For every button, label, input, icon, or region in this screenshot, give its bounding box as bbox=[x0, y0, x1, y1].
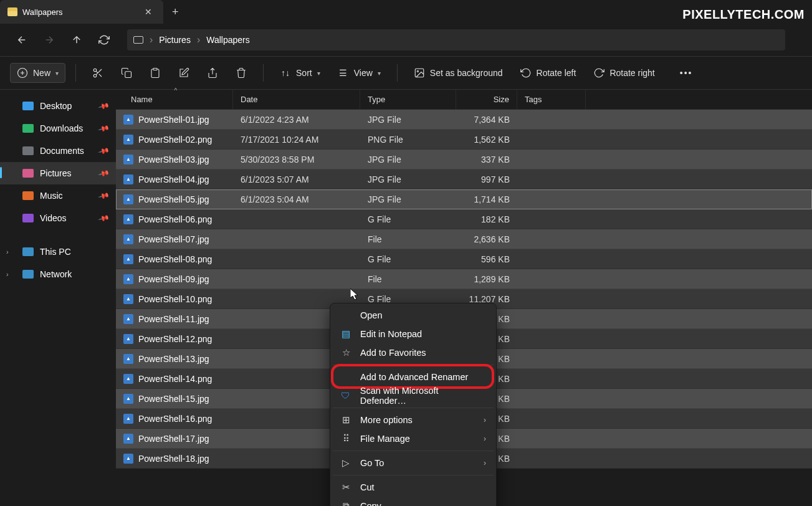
scissors-icon: ✂ bbox=[340, 482, 351, 492]
view-button[interactable]: ☰View▾ bbox=[332, 64, 387, 82]
sidebar-item-downloads[interactable]: Downloads📌 bbox=[0, 117, 116, 140]
sidebar-item-label: Videos bbox=[40, 213, 67, 223]
refresh-button[interactable] bbox=[92, 28, 116, 52]
breadcrumb-item[interactable]: Pictures bbox=[159, 35, 191, 45]
file-type: JPG File bbox=[360, 115, 456, 125]
file-name: PowerShell-05.jpg bbox=[138, 194, 209, 204]
image-icon bbox=[414, 67, 425, 79]
column-type[interactable]: Type bbox=[360, 90, 456, 109]
file-row[interactable]: ▲PowerShell-05.jpg6/1/2023 5:04 AMJPG Fi… bbox=[116, 189, 812, 209]
set-background-button[interactable]: Set as background bbox=[408, 64, 509, 82]
image-file-icon: ▲ bbox=[123, 374, 133, 384]
cm-file-manage[interactable]: ⠿File Manage› bbox=[333, 429, 494, 448]
sidebar-item-documents[interactable]: Documents📌 bbox=[0, 140, 116, 162]
sort-ascending-icon: ^ bbox=[174, 87, 178, 94]
pin-icon: 📌 bbox=[98, 167, 110, 179]
file-type: G File bbox=[360, 254, 456, 264]
cm-copy[interactable]: ⧉Copy bbox=[333, 497, 494, 506]
file-name: PowerShell-13.jpg bbox=[138, 354, 209, 364]
shield-icon: 🛡 bbox=[340, 391, 351, 401]
file-name: PowerShell-12.png bbox=[138, 334, 212, 344]
file-row[interactable]: ▲PowerShell-02.png7/17/2021 10:24 AMPNG … bbox=[116, 130, 812, 150]
file-date: 6/1/2023 5:07 AM bbox=[233, 174, 360, 184]
folder-icon bbox=[22, 191, 34, 200]
file-row[interactable]: ▲PowerShell-01.jpg6/1/2022 4:23 AMJPG Fi… bbox=[116, 110, 812, 130]
file-size: 997 KB bbox=[456, 174, 517, 184]
cm-add-advanced-renamer[interactable]: Add to Advanced Renamer bbox=[333, 368, 494, 386]
breadcrumb-item[interactable]: Wallpapers bbox=[206, 35, 250, 45]
rename-icon bbox=[178, 67, 189, 79]
sidebar-item-label: Desktop bbox=[40, 101, 72, 111]
up-button[interactable] bbox=[65, 28, 88, 52]
chevron-down-icon: ▾ bbox=[317, 70, 320, 77]
file-row[interactable]: ▲PowerShell-03.jpg5/30/2023 8:58 PMJPG F… bbox=[116, 150, 812, 169]
breadcrumb-bar[interactable]: › Pictures › Wallpapers bbox=[127, 29, 785, 50]
cm-add-favorites[interactable]: ☆Add to Favorites bbox=[333, 343, 494, 362]
share-button[interactable] bbox=[201, 64, 224, 82]
chevron-right-icon: › bbox=[484, 434, 486, 443]
new-tab-button[interactable]: + bbox=[163, 6, 188, 19]
cm-scan-defender[interactable]: 🛡Scan with Microsoft Defender… bbox=[333, 386, 494, 405]
chevron-right-icon: › bbox=[6, 248, 9, 255]
column-date[interactable]: Date bbox=[233, 90, 360, 109]
more-button[interactable]: ••• bbox=[674, 64, 699, 82]
file-row[interactable]: ▲PowerShell-07.jpgFile2,636 KB bbox=[116, 229, 812, 249]
cm-open[interactable]: Open bbox=[333, 306, 494, 325]
rotate-right-button[interactable]: Rotate right bbox=[587, 64, 661, 82]
rename-button[interactable] bbox=[172, 64, 196, 82]
pin-icon: 📌 bbox=[98, 122, 110, 135]
plus-circle-icon bbox=[17, 67, 28, 79]
file-list-area: ^Name Date Type Size Tags ▲PowerShell-01… bbox=[116, 90, 812, 506]
forward-button[interactable] bbox=[37, 28, 61, 52]
close-tab-button[interactable]: ✕ bbox=[141, 6, 156, 18]
sort-button[interactable]: ↑↓Sort▾ bbox=[274, 64, 327, 82]
image-file-icon: ▲ bbox=[123, 434, 133, 444]
file-row[interactable]: ▲PowerShell-06.pngG File182 KB bbox=[116, 209, 812, 229]
file-row[interactable]: ▲PowerShell-09.jpgFile1,289 KB bbox=[116, 269, 812, 289]
watermark: PIXELLYTECH.COM bbox=[682, 7, 805, 22]
chevron-down-icon: ▾ bbox=[378, 70, 381, 77]
file-type: JPG File bbox=[360, 155, 456, 165]
sidebar-item-videos[interactable]: Videos📌 bbox=[0, 207, 116, 229]
sidebar-item-pictures[interactable]: Pictures📌 bbox=[0, 162, 116, 184]
cm-more-options[interactable]: ⊞More options› bbox=[333, 411, 494, 429]
column-size[interactable]: Size bbox=[456, 90, 517, 109]
back-button[interactable] bbox=[10, 28, 34, 52]
pin-icon: 📌 bbox=[98, 100, 110, 112]
file-name: PowerShell-09.jpg bbox=[138, 274, 209, 284]
delete-button[interactable] bbox=[229, 64, 253, 82]
file-row[interactable]: ▲PowerShell-04.jpg6/1/2023 5:07 AMJPG Fi… bbox=[116, 169, 812, 189]
sidebar: Desktop📌Downloads📌Documents📌Pictures📌Mus… bbox=[0, 90, 116, 506]
cm-cut[interactable]: ✂Cut bbox=[333, 478, 494, 497]
star-icon: ☆ bbox=[340, 348, 351, 358]
copy-button[interactable] bbox=[115, 64, 138, 82]
sidebar-item-label: Downloads bbox=[40, 123, 83, 133]
tab-wallpapers[interactable]: Wallpapers ✕ bbox=[0, 0, 163, 24]
cm-go-to[interactable]: ▷Go To› bbox=[333, 454, 494, 472]
file-date: 7/17/2021 10:24 AM bbox=[233, 135, 360, 145]
column-tags[interactable]: Tags bbox=[517, 90, 586, 109]
chevron-right-icon: › bbox=[6, 270, 9, 278]
monitor-icon bbox=[133, 36, 143, 44]
file-name: PowerShell-04.jpg bbox=[138, 174, 209, 184]
image-file-icon: ▲ bbox=[123, 115, 133, 125]
image-file-icon: ▲ bbox=[123, 414, 133, 424]
sidebar-item-desktop[interactable]: Desktop📌 bbox=[0, 95, 116, 117]
image-file-icon: ▲ bbox=[123, 454, 133, 464]
new-button[interactable]: New ▾ bbox=[10, 63, 65, 83]
file-row[interactable]: ▲PowerShell-08.pngG File596 KB bbox=[116, 249, 812, 269]
copy-icon: ⧉ bbox=[340, 501, 351, 507]
cm-edit-notepad[interactable]: ▤Edit in Notepad bbox=[333, 325, 494, 343]
chevron-right-icon: › bbox=[150, 34, 153, 45]
paste-button[interactable] bbox=[143, 64, 167, 82]
sidebar-item-music[interactable]: Music📌 bbox=[0, 184, 116, 207]
tab-title: Wallpapers bbox=[22, 7, 136, 17]
file-size: 596 KB bbox=[456, 254, 517, 264]
sidebar-item-network[interactable]: ›Network bbox=[0, 263, 116, 285]
sidebar-item-this-pc[interactable]: ›This PC bbox=[0, 241, 116, 263]
column-name[interactable]: ^Name bbox=[116, 90, 233, 109]
image-file-icon: ▲ bbox=[123, 294, 133, 304]
rotate-left-button[interactable]: Rotate left bbox=[514, 64, 583, 82]
file-name: PowerShell-01.jpg bbox=[138, 115, 209, 125]
cut-button[interactable] bbox=[86, 64, 110, 82]
